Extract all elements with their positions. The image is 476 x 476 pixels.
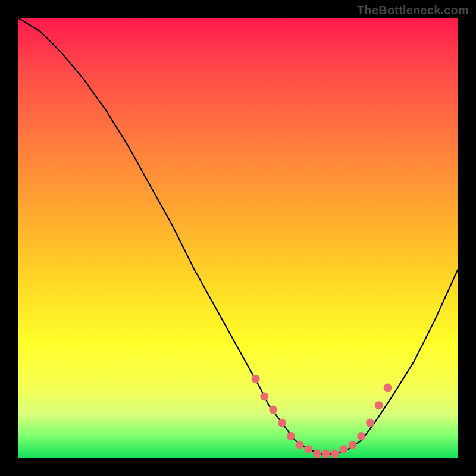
chart-frame: TheBottleneck.com <box>0 0 476 476</box>
marker-dot <box>375 401 383 409</box>
marker-dot <box>252 375 260 383</box>
marker-dot <box>269 406 277 414</box>
marker-dot <box>313 450 321 458</box>
marker-dot <box>340 445 348 453</box>
marker-dot <box>331 450 339 458</box>
marker-dot <box>357 432 365 440</box>
marker-dot <box>287 432 295 440</box>
marker-dot <box>304 445 312 453</box>
marker-group <box>252 375 392 458</box>
bottleneck-curve <box>18 18 458 454</box>
plot-area <box>18 18 458 458</box>
marker-dot <box>366 419 374 427</box>
marker-dot <box>296 441 304 449</box>
watermark-text: TheBottleneck.com <box>357 4 469 17</box>
marker-dot <box>260 392 268 400</box>
marker-dot <box>322 450 330 458</box>
marker-dot <box>348 441 356 449</box>
marker-dot <box>384 384 392 392</box>
marker-dot <box>278 419 286 427</box>
chart-svg <box>18 18 458 458</box>
